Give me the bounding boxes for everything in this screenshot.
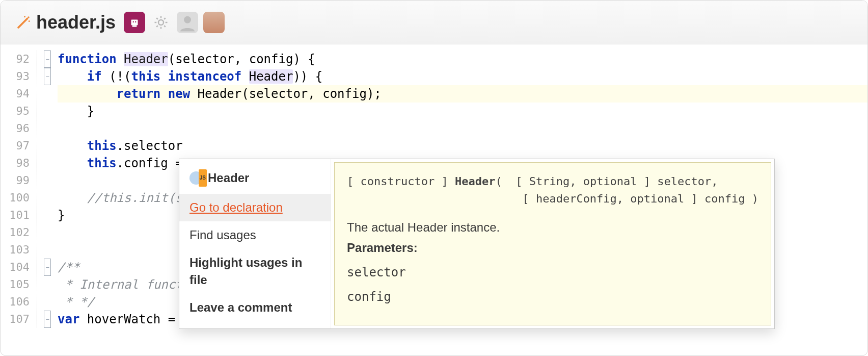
line-number: 106 [1,293,32,311]
svg-point-2 [24,16,25,17]
svg-point-3 [29,20,30,22]
doc-param: config [347,288,758,306]
file-name: header.js [36,12,116,33]
popup-title: Header [179,166,331,194]
file-header-bar: header.js [1,1,867,44]
fold-toggle[interactable]: − [44,50,51,68]
line-number: 99 [1,172,32,189]
line-number: 92 [1,50,32,68]
svg-line-13 [156,18,158,19]
svg-point-8 [158,20,164,25]
line-number: 101 [1,207,32,224]
svg-line-0 [18,18,28,28]
code-line[interactable] [58,120,867,137]
popup-menu-item[interactable]: Find usages [179,221,331,249]
code-line[interactable]: } [58,103,867,120]
svg-point-1 [28,16,30,18]
line-number: 95 [1,103,32,120]
fold-toggle[interactable]: − [44,311,51,328]
magic-wand-icon [16,15,31,30]
documentation-pane: [ constructor ] Header( [ String, option… [334,162,771,325]
doc-signature: [ constructor ] Header( [ String, option… [347,173,758,208]
popup-menu-item[interactable]: Leave a comment [179,294,331,321]
popup-menu-item[interactable]: Highlight usages in file [179,249,331,294]
code-line[interactable]: function Header(selector, config) { [58,50,867,68]
svg-line-16 [164,18,166,19]
line-number: 93 [1,68,32,85]
line-number-gutter: 9293949596979899100101102103104105106107 [1,50,37,328]
fold-toggle[interactable]: − [44,68,51,85]
line-number: 97 [1,137,32,155]
doc-description: The actual Header instance. [347,219,758,236]
svg-line-15 [156,26,158,27]
avatar-placeholder[interactable] [177,12,198,33]
popup-menu-pane: Header Go to declarationFind usagesHighl… [179,159,331,328]
line-number: 96 [1,120,32,137]
svg-rect-5 [133,21,134,22]
symbol-popup: Header Go to declarationFind usagesHighl… [179,159,775,329]
line-number: 100 [1,189,32,207]
code-line[interactable]: this.selector [58,137,867,155]
line-number: 104 [1,259,32,276]
doc-params-label: Parameters: [347,239,758,257]
doc-param: selector [347,264,758,281]
svg-rect-7 [132,25,137,27]
line-number: 107 [1,311,32,328]
line-number: 103 [1,241,32,259]
line-number: 94 [1,85,32,103]
line-number: 102 [1,224,32,241]
popup-menu-item[interactable]: Go to declaration [179,194,331,221]
robot-badge-icon[interactable] [124,12,145,33]
svg-rect-4 [131,19,138,25]
js-class-icon [189,171,203,185]
line-number: 98 [1,155,32,172]
svg-point-17 [184,16,191,23]
sun-gear-icon[interactable] [150,12,172,33]
fold-toggle[interactable]: − [44,259,51,276]
avatar-user[interactable] [203,12,225,33]
svg-rect-6 [135,21,136,22]
code-line[interactable]: if (!(this instanceof Header)) { [58,68,867,85]
code-editor[interactable]: 9293949596979899100101102103104105106107… [1,44,867,328]
line-number: 105 [1,276,32,293]
popup-title-text: Header [208,169,249,187]
svg-line-14 [164,26,166,27]
fold-column[interactable]: −−−− [37,50,58,328]
code-line[interactable]: return new Header(selector, config); [58,85,867,103]
